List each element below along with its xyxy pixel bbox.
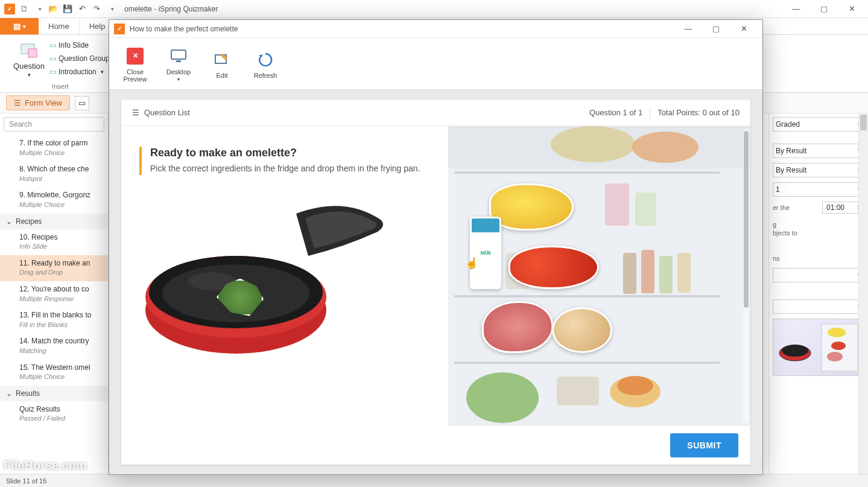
empty-select-1[interactable]: ▾ [773, 268, 864, 282]
redo-icon[interactable]: ↷ [89, 2, 104, 16]
section-results[interactable]: ⌄Results [0, 386, 108, 401]
svg-rect-1 [28, 49, 37, 57]
slide-view-button[interactable]: ▭ [75, 96, 89, 110]
question-group-button[interactable]: ▭Question Group [49, 52, 110, 65]
question-list-button[interactable]: ☰ Question List [132, 108, 190, 117]
slide-item-13[interactable]: 13. Fill in the blanks toFill in the Bla… [0, 307, 108, 333]
drop-target-pan[interactable] [139, 189, 430, 377]
form-view-button[interactable]: ☰ Form View [6, 95, 70, 110]
preview-minimize-button[interactable]: — [674, 20, 702, 38]
question-icon [19, 41, 39, 60]
right-scrollbar[interactable] [858, 113, 868, 474]
separator [650, 107, 650, 118]
svg-point-34 [617, 376, 653, 395]
slide-item-results[interactable]: Quiz ResultsPassed / Failed [0, 401, 108, 427]
undo-icon[interactable]: ↶ [75, 2, 89, 16]
slide-counter: Slide 11 of 15 [6, 477, 46, 485]
section-recipes[interactable]: ⌄Recipes [0, 214, 108, 229]
fridge-item-tomatoes[interactable] [508, 246, 599, 289]
fridge-area: Milk ☝ [448, 126, 750, 426]
label-objects: bjects to [773, 229, 864, 237]
slide-thumbnail [773, 319, 863, 376]
desktop-icon [168, 45, 189, 67]
refresh-icon [255, 49, 276, 71]
maximize-button[interactable]: ▢ [810, 0, 838, 18]
close-button[interactable]: ✕ [838, 0, 866, 18]
preview-ribbon: ✕ Close Preview Desktop▾ Edit Refresh [109, 38, 762, 90]
question-counter: Question 1 of 1 [589, 108, 642, 117]
app-icon: ✓ [2, 2, 17, 16]
question-subtitle: Pick the correct ingredients in the frid… [150, 163, 430, 175]
new-dropdown[interactable] [31, 2, 46, 16]
slide-item-7[interactable]: 7. If the color of parmMultiple Choice [0, 135, 108, 161]
svg-rect-29 [659, 256, 673, 293]
refresh-button[interactable]: Refresh [246, 42, 285, 86]
preview-close-button[interactable]: ✕ [730, 20, 758, 38]
svg-rect-24 [605, 183, 629, 226]
fridge-item-meat[interactable] [482, 301, 553, 353]
slide-item-11[interactable]: 11. Ready to make anDrag and Drop [0, 255, 108, 281]
slide-item-14[interactable]: 14. Match the countryMatching [0, 333, 108, 359]
fridge-item-bananas[interactable] [489, 183, 574, 231]
svg-point-4 [831, 342, 846, 350]
slide-item-8[interactable]: 8. Which of these cheHotspot [0, 161, 108, 187]
desktop-preview-button[interactable]: Desktop▾ [159, 42, 198, 86]
status-bar: Slide 11 of 15 [0, 474, 868, 487]
svg-rect-25 [635, 193, 656, 226]
by-result-select-1[interactable]: By Result▾ [773, 144, 864, 158]
svg-rect-21 [454, 295, 720, 298]
slide-item-10[interactable]: 10. RecipesInfo Slide [0, 229, 108, 255]
number-select[interactable]: 1▾ [773, 182, 864, 197]
qat-more[interactable] [104, 2, 118, 16]
fridge-item-eggs[interactable] [552, 307, 612, 353]
quiz-card: ☰ Question List Question 1 of 1 Total Po… [121, 100, 750, 465]
svg-rect-28 [641, 250, 654, 293]
svg-rect-30 [677, 253, 691, 293]
save-icon[interactable]: 💾 [60, 2, 75, 16]
preview-titlebar: ✓ How to make the perfect omelette — ▢ ✕ [109, 20, 762, 38]
preview-title: How to make the perfect omelette [130, 25, 238, 33]
submit-button[interactable]: SUBMIT [670, 433, 738, 457]
home-tab[interactable]: Home [39, 18, 80, 34]
svg-point-5 [827, 352, 843, 361]
open-icon[interactable]: 📂 [46, 2, 60, 16]
graded-select[interactable]: Graded▾ [773, 117, 864, 132]
new-icon[interactable]: 🗋 [17, 2, 31, 16]
close-preview-button[interactable]: ✕ Close Preview [115, 42, 155, 86]
points-label: Total Points: 0 out of 10 [657, 108, 740, 117]
quiz-footer: SUBMIT [121, 426, 750, 465]
slide-item-15[interactable]: 15. The Western omelMultiple Choice [0, 360, 108, 386]
info-slide-button[interactable]: ▭Info Slide [49, 39, 110, 52]
svg-rect-27 [623, 253, 636, 294]
watermark: FileHorse.com [4, 459, 87, 473]
quiz-content: Ready to make an omelette? Pick the corr… [121, 126, 750, 426]
slide-item-9[interactable]: 9. Mimolette, GorgonzMultiple Choice [0, 187, 108, 213]
search-input[interactable]: Search [4, 117, 104, 132]
question-button[interactable]: Question ▾ [11, 37, 47, 78]
preview-maximize-button[interactable]: ▢ [702, 20, 730, 38]
close-preview-icon: ✕ [124, 45, 146, 67]
svg-point-19 [632, 132, 699, 163]
properties-panel: Graded▾ By Result▾ By Result▾ 1▾ er the … [768, 113, 868, 474]
svg-rect-32 [557, 377, 599, 406]
chevron-down-icon: ▾ [28, 72, 31, 78]
preview-body: ☰ Question List Question 1 of 1 Total Po… [109, 90, 762, 474]
fridge-scrollbar[interactable] [743, 129, 749, 424]
file-tab[interactable]: ▤▾ [0, 18, 39, 34]
svg-rect-22 [454, 361, 720, 364]
chevron-down-icon: ⌄ [6, 389, 12, 398]
label-g: g [773, 221, 864, 228]
empty-select-2[interactable]: ▾ [773, 299, 864, 314]
app-icon: ✓ [114, 24, 125, 34]
svg-point-31 [466, 372, 539, 423]
form-view-icon: ☰ [14, 98, 21, 107]
minimize-button[interactable]: — [782, 0, 810, 18]
slide-item-12[interactable]: 12. You're about to coMultiple Response [0, 281, 108, 307]
question-title: Ready to make an omelette? [150, 147, 430, 159]
question-area: Ready to make an omelette? Pick the corr… [121, 126, 448, 426]
svg-rect-8 [171, 50, 186, 59]
by-result-select-2[interactable]: By Result▾ [773, 163, 864, 177]
edit-button[interactable]: Edit [202, 42, 242, 86]
fridge-item-milk[interactable]: Milk [470, 217, 501, 289]
introduction-button[interactable]: ▭Introduction▾ [49, 65, 110, 78]
